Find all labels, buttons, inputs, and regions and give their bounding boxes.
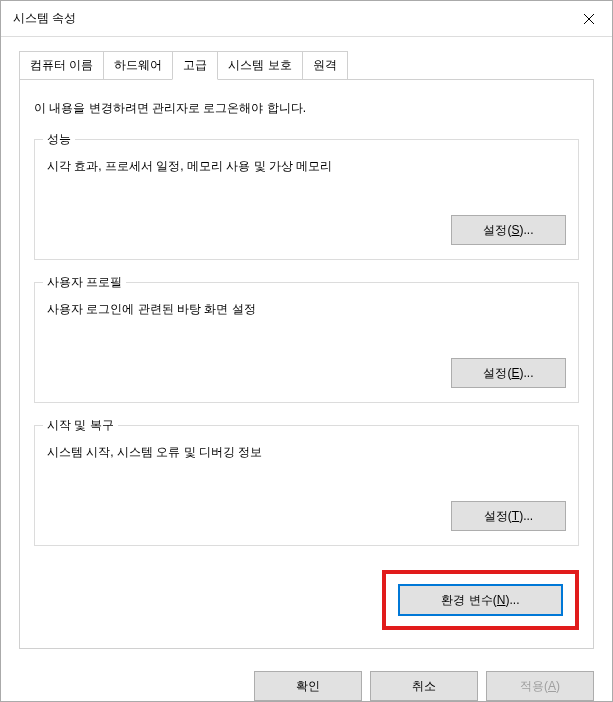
titlebar: 시스템 속성 [1,1,612,37]
tabs-row: 컴퓨터 이름 하드웨어 고급 시스템 보호 원격 [19,51,594,80]
env-var-wrapper: 환경 변수(N)... [34,570,579,630]
startup-recovery-title: 시작 및 복구 [43,417,118,434]
close-icon [584,14,594,24]
user-profile-desc: 사용자 로그인에 관련된 바탕 화면 설정 [47,301,566,318]
tab-computer-name[interactable]: 컴퓨터 이름 [19,51,104,80]
startup-recovery-settings-button[interactable]: 설정(T)... [451,501,566,531]
user-profile-settings-button[interactable]: 설정(E)... [451,358,566,388]
ok-button[interactable]: 확인 [254,671,362,701]
startup-recovery-group: 시작 및 복구 시스템 시작, 시스템 오류 및 디버깅 정보 설정(T)... [34,425,579,546]
tab-system-protection[interactable]: 시스템 보호 [217,51,302,80]
content-area: 컴퓨터 이름 하드웨어 고급 시스템 보호 원격 이 내용을 변경하려면 관리자… [1,37,612,657]
user-profile-title: 사용자 프로필 [43,274,126,291]
startup-recovery-desc: 시스템 시작, 시스템 오류 및 디버깅 정보 [47,444,566,461]
user-profile-group: 사용자 프로필 사용자 로그인에 관련된 바탕 화면 설정 설정(E)... [34,282,579,403]
close-button[interactable] [566,1,612,37]
dialog-buttons: 확인 취소 적용(A) [1,657,612,702]
performance-desc: 시각 효과, 프로세서 일정, 메모리 사용 및 가상 메모리 [47,158,566,175]
apply-button[interactable]: 적용(A) [486,671,594,701]
window-title: 시스템 속성 [13,10,76,27]
startup-recovery-button-row: 설정(T)... [47,501,566,531]
tab-remote[interactable]: 원격 [302,51,348,80]
environment-variables-button[interactable]: 환경 변수(N)... [398,584,563,616]
user-profile-button-row: 설정(E)... [47,358,566,388]
tab-advanced[interactable]: 고급 [172,51,218,80]
cancel-button[interactable]: 취소 [370,671,478,701]
performance-settings-button[interactable]: 설정(S)... [451,215,566,245]
admin-notice: 이 내용을 변경하려면 관리자로 로그온해야 합니다. [34,100,579,117]
tab-panel-advanced: 이 내용을 변경하려면 관리자로 로그온해야 합니다. 성능 시각 효과, 프로… [19,79,594,649]
env-var-highlight: 환경 변수(N)... [382,570,579,630]
performance-group: 성능 시각 효과, 프로세서 일정, 메모리 사용 및 가상 메모리 설정(S)… [34,139,579,260]
performance-title: 성능 [43,131,75,148]
system-properties-window: 시스템 속성 컴퓨터 이름 하드웨어 고급 시스템 보호 원격 이 내용을 변경… [0,0,613,702]
tab-hardware[interactable]: 하드웨어 [103,51,173,80]
performance-button-row: 설정(S)... [47,215,566,245]
